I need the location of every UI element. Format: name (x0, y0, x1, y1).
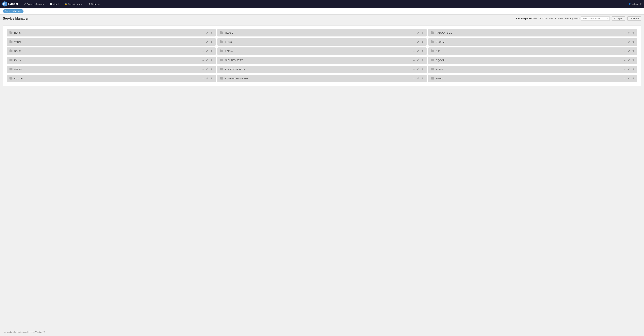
zone-select[interactable]: Select Zone Name (581, 16, 610, 21)
service-card-ozone[interactable]: OZONE + (7, 75, 216, 82)
service-delete-button[interactable] (421, 77, 424, 80)
service-edit-button[interactable] (627, 31, 630, 34)
service-add-button[interactable]: + (624, 31, 626, 34)
service-add-button[interactable]: + (202, 77, 204, 80)
service-delete-button[interactable] (210, 77, 213, 80)
service-delete-button[interactable] (210, 50, 213, 53)
service-delete-button[interactable] (210, 68, 213, 71)
service-name: STORM (436, 40, 444, 43)
nav-label-audit: Audit (53, 3, 59, 6)
service-card-hbase[interactable]: HBASE + (218, 29, 426, 36)
service-actions: + (202, 31, 213, 34)
service-add-button[interactable]: + (202, 68, 204, 71)
service-add-button[interactable]: + (624, 40, 626, 44)
export-button[interactable]: ☑ Export (628, 16, 641, 21)
nav-item-access-manager[interactable]: 🛡 Access Manager (21, 2, 46, 6)
service-delete-button[interactable] (421, 50, 424, 53)
service-add-button[interactable]: + (202, 59, 204, 62)
service-edit-button[interactable] (627, 40, 630, 44)
service-add-button[interactable]: + (413, 40, 415, 44)
user-name: admin (632, 3, 638, 6)
folder-icon (9, 40, 13, 44)
service-edit-button[interactable] (416, 40, 420, 44)
service-add-button[interactable]: + (624, 77, 626, 80)
service-edit-button[interactable] (627, 50, 630, 53)
nav-item-security-zone[interactable]: 🔒 Security Zone (62, 2, 85, 6)
service-edit-button[interactable] (416, 58, 420, 62)
service-delete-button[interactable] (632, 31, 635, 34)
folder-icon (431, 77, 434, 80)
service-add-button[interactable]: + (413, 31, 415, 34)
nav-item-settings[interactable]: ⚙ Settings (86, 2, 102, 6)
service-card-kylin[interactable]: KYLIN + (7, 56, 216, 64)
service-card-atlas[interactable]: ATLAS + (7, 66, 216, 73)
service-edit-button[interactable] (416, 77, 420, 80)
service-card-knox[interactable]: KNOX + (218, 38, 426, 46)
service-card-elasticsearch[interactable]: ELASTICSEARCH + (218, 66, 426, 73)
service-delete-button[interactable] (421, 68, 424, 71)
service-card-solr[interactable]: SOLR + (7, 48, 216, 55)
service-delete-button[interactable] (632, 40, 635, 44)
service-card-nifi-registry[interactable]: NIFI-REGISTRY + (218, 56, 426, 64)
service-edit-button[interactable] (206, 58, 208, 62)
service-edit-button[interactable] (416, 68, 420, 71)
service-name: ATLAS (14, 68, 22, 71)
breadcrumb-bar: Service Manager (0, 8, 644, 14)
service-add-button[interactable]: + (202, 50, 204, 53)
service-add-button[interactable]: + (413, 59, 415, 62)
service-edit-button[interactable] (627, 77, 630, 80)
service-add-button[interactable]: + (413, 68, 415, 71)
service-delete-button[interactable] (210, 40, 213, 44)
service-delete-button[interactable] (421, 31, 424, 34)
service-delete-button[interactable] (421, 58, 424, 62)
service-card-yarn[interactable]: YARN + (7, 38, 216, 46)
service-delete-button[interactable] (632, 77, 635, 80)
service-actions: + (624, 50, 635, 53)
service-add-button[interactable]: + (413, 77, 415, 80)
service-edit-button[interactable] (627, 58, 630, 62)
service-card-storm[interactable]: STORM + (428, 38, 637, 46)
breadcrumb[interactable]: Service Manager (3, 9, 24, 13)
service-add-button[interactable]: + (202, 31, 204, 34)
service-edit-button[interactable] (206, 77, 208, 80)
service-delete-button[interactable] (210, 58, 213, 62)
service-card-kafka[interactable]: KAFKA + (218, 48, 426, 55)
brand-logo[interactable]: Ranger (2, 2, 18, 6)
service-card-kudu[interactable]: KUDU + (428, 66, 637, 73)
service-edit-button[interactable] (627, 68, 630, 71)
service-edit-button[interactable] (206, 40, 208, 44)
service-edit-button[interactable] (416, 31, 420, 34)
service-name: SOLR (14, 50, 21, 52)
service-delete-button[interactable] (632, 68, 635, 71)
service-delete-button[interactable] (210, 31, 213, 34)
service-add-button[interactable]: + (624, 59, 626, 62)
import-button[interactable]: ☑ Import (612, 16, 625, 21)
service-add-button[interactable]: + (624, 68, 626, 71)
service-card-nifi[interactable]: NIFI + (428, 48, 637, 55)
service-edit-button[interactable] (416, 50, 420, 53)
service-add-button[interactable]: + (413, 50, 415, 53)
service-delete-button[interactable] (421, 40, 424, 44)
service-delete-button[interactable] (632, 50, 635, 53)
service-left: OZONE (9, 77, 23, 80)
service-add-button[interactable]: + (624, 50, 626, 53)
main-content: HDFS + (0, 22, 644, 89)
service-card-hadoop-sql[interactable]: HADOOP SQL + (428, 29, 637, 36)
folder-icon (220, 31, 224, 35)
service-name: HBASE (225, 32, 233, 34)
service-card-schema-registry[interactable]: SCHEMA-REGISTRY + (218, 75, 426, 82)
service-edit-button[interactable] (206, 31, 208, 34)
service-edit-button[interactable] (206, 50, 208, 53)
service-card-hdfs[interactable]: HDFS + (7, 29, 216, 36)
last-response-time: Last Response Time : 06/17/2022 05:14:26… (516, 17, 563, 20)
service-add-button[interactable]: + (202, 40, 204, 44)
folder-icon (220, 58, 224, 62)
service-edit-button[interactable] (206, 68, 208, 71)
service-name: YARN (14, 40, 21, 43)
service-card-trino[interactable]: TRINO + (428, 75, 637, 82)
folder-icon (431, 68, 434, 71)
service-card-sqoop[interactable]: SQOOP + (428, 56, 637, 64)
service-delete-button[interactable] (632, 58, 635, 62)
nav-item-audit[interactable]: 📄 Audit (47, 2, 61, 6)
user-menu[interactable]: 👤 admin ▼ (628, 3, 642, 6)
